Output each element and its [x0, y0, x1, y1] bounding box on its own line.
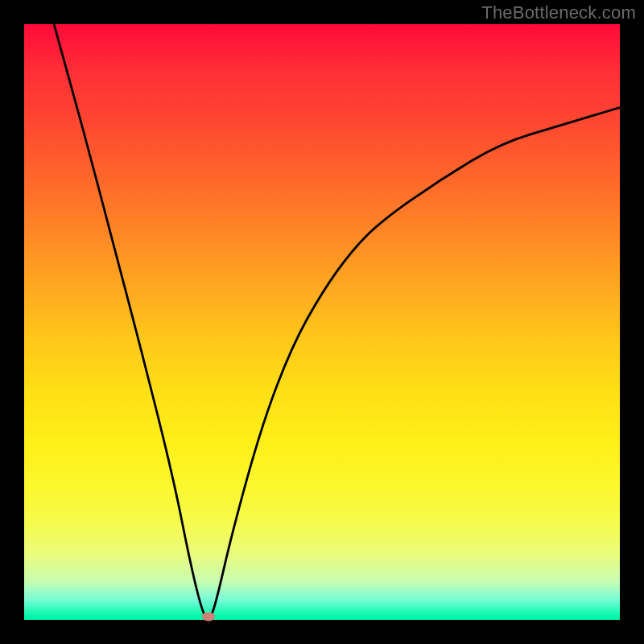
watermark-text: TheBottleneck.com [481, 2, 636, 23]
chart-frame: TheBottleneck.com [0, 0, 644, 644]
optimal-marker [202, 613, 215, 621]
chart-background-gradient [24, 24, 620, 620]
